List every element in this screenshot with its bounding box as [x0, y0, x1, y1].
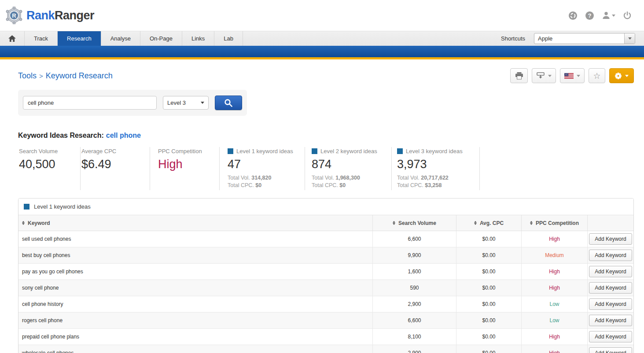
add-keyword-button[interactable]: Add Keyword	[589, 266, 632, 277]
table-row: pay as you go cell phones 1,600 $0.00 Hi…	[18, 264, 633, 280]
logo-rank: Rank	[26, 9, 55, 22]
ppc-competition-cell: High	[522, 329, 588, 345]
gear-icon	[615, 72, 622, 80]
user-menu-caret-icon	[612, 15, 615, 17]
stat-label-row: Average CPC	[81, 148, 141, 154]
level-bullet-icon	[397, 148, 403, 154]
report-toolbar: ☆	[510, 68, 634, 83]
stat-level-1-keyword-ideas: Level 1 keyword ideas 47 Total Vol. 314,…	[220, 147, 305, 190]
avg-cpc-cell: $0.00	[456, 247, 522, 263]
sync-icon[interactable]	[568, 11, 578, 20]
export-caret-icon	[548, 75, 552, 77]
ppc-competition-cell: High	[522, 280, 588, 296]
stat-average-cpc: Average CPC $6.49	[81, 147, 150, 190]
breadcrumb-page[interactable]: Keyword Research	[46, 71, 113, 80]
add-keyword-button[interactable]: Add Keyword	[589, 347, 632, 353]
favorite-button[interactable]: ☆	[589, 68, 605, 83]
stat-label-row: Level 2 keyword ideas	[312, 148, 383, 154]
campaign-select-arrow[interactable]	[624, 33, 635, 44]
column-header-avg-cpc[interactable]: Avg. CPC	[456, 215, 522, 231]
blue-band	[0, 46, 644, 57]
total-cpc-line: Total CPC. $3,258	[397, 182, 471, 189]
keyword-input[interactable]	[23, 96, 157, 110]
add-keyword-button[interactable]: Add Keyword	[589, 315, 632, 326]
stat-ppc-competition: PPC Competition High	[150, 147, 220, 190]
settings-button[interactable]	[609, 68, 634, 83]
shortcuts-link[interactable]: Shortcuts	[501, 35, 525, 42]
table-row: best buy cell phones 9,900 $0.00 Medium …	[18, 247, 633, 264]
page: R RankRanger ? TrackRes	[0, 0, 644, 353]
level-select-value: Level 3	[167, 99, 186, 106]
logo-wordmark: RankRanger	[26, 9, 94, 22]
search-volume-cell: 2,900	[373, 296, 456, 312]
nav-tab-lab[interactable]: Lab	[214, 31, 243, 46]
ppc-competition-cell: Medium	[522, 247, 588, 263]
keyword-cell: wholesale cell phones	[18, 345, 373, 353]
ppc-competition-cell: High	[522, 345, 588, 353]
stat-level-2-keyword-ideas: Level 2 keyword ideas 874 Total Vol. 1,9…	[305, 147, 392, 190]
stat-value: 874	[312, 158, 383, 171]
avg-cpc-cell: $0.00	[456, 264, 522, 279]
level-select-caret-icon	[201, 102, 204, 104]
nav-tab-links[interactable]: Links	[182, 31, 214, 46]
search-button[interactable]	[215, 96, 242, 110]
breadcrumb-separator: >	[39, 72, 43, 80]
rankranger-logo[interactable]: R RankRanger	[5, 7, 94, 24]
locale-button[interactable]	[560, 68, 585, 83]
stat-label: Level 1 keyword ideas	[236, 148, 293, 154]
report-title-prefix: Keyword Ideas Research:	[18, 132, 104, 139]
add-keyword-cell: Add Keyword	[588, 264, 633, 279]
keyword-cell: pay as you go cell phones	[18, 264, 373, 279]
nav-right: Shortcuts Apple	[501, 31, 644, 46]
nav-tab-home[interactable]	[0, 31, 25, 46]
report-title: Keyword Ideas Research:cell phone	[18, 132, 634, 140]
stat-level-3-keyword-ideas: Level 3 keyword ideas 3,973 Total Vol. 2…	[392, 147, 480, 190]
breadcrumb-tools[interactable]: Tools	[18, 71, 37, 80]
content: Tools>Keyword Research	[0, 68, 644, 353]
export-button[interactable]	[532, 68, 556, 83]
column-header-ppc-competition[interactable]: PPC Competition	[522, 215, 588, 231]
sort-icon	[22, 221, 25, 225]
ppc-competition-cell: Low	[522, 313, 588, 328]
search-volume-cell: 6,600	[373, 313, 456, 328]
level-select[interactable]: Level 3	[163, 96, 209, 110]
main-nav: TrackResearchAnalyseOn-PageLinksLab Shor…	[0, 31, 644, 46]
table-body: sell used cell phones 6,600 $0.00 High A…	[18, 231, 633, 353]
total-cpc-line: Total CPC. $0	[312, 182, 383, 189]
add-keyword-button[interactable]: Add Keyword	[589, 233, 632, 245]
nav-tab-research[interactable]: Research	[58, 31, 101, 46]
home-icon	[8, 35, 16, 42]
search-volume-cell: 9,900	[373, 247, 456, 263]
level-bullet-icon	[228, 148, 233, 154]
stat-label-row: Level 3 keyword ideas	[397, 148, 471, 154]
search-volume-cell: 590	[373, 280, 456, 296]
avg-cpc-cell: $0.00	[456, 231, 522, 247]
column-header-keyword[interactable]: Keyword	[18, 215, 373, 231]
svg-text:R: R	[12, 12, 16, 19]
avg-cpc-cell: $0.00	[456, 345, 522, 353]
total-volume-line: Total Vol. 20,717,622	[397, 174, 471, 182]
nav-tab-track[interactable]: Track	[25, 31, 58, 46]
nav-tab-on-page[interactable]: On-Page	[140, 31, 182, 46]
print-button[interactable]	[510, 68, 528, 83]
ppc-competition-cell: High	[522, 264, 588, 279]
add-keyword-button[interactable]: Add Keyword	[589, 282, 632, 294]
total-volume-line: Total Vol. 1,968,300	[312, 174, 383, 182]
keyword-cell: sony cell phone	[18, 280, 373, 296]
campaign-select[interactable]: Apple	[534, 33, 635, 44]
add-keyword-button[interactable]: Add Keyword	[589, 298, 632, 310]
stat-totals: Total Vol. 1,968,300 Total CPC. $0	[312, 174, 383, 189]
help-icon[interactable]: ?	[585, 11, 594, 20]
stat-label: Level 2 keyword ideas	[320, 148, 377, 154]
stat-label: Search Volume	[19, 148, 58, 154]
add-keyword-button[interactable]: Add Keyword	[589, 250, 632, 261]
logo-badge-icon: R	[5, 7, 23, 24]
nav-tab-analyse[interactable]: Analyse	[101, 31, 140, 46]
user-menu-icon[interactable]	[602, 11, 615, 20]
add-keyword-button[interactable]: Add Keyword	[589, 331, 632, 342]
power-icon[interactable]	[623, 11, 632, 20]
column-header-search-volume[interactable]: Search Volume	[373, 215, 456, 231]
level1-keyword-table: Level 1 keyword ideas Keyword Search Vol…	[18, 198, 634, 353]
table-column-headers: Keyword Search Volume Avg. CPC PPC Compe…	[18, 215, 633, 231]
stat-value: High	[158, 158, 210, 171]
